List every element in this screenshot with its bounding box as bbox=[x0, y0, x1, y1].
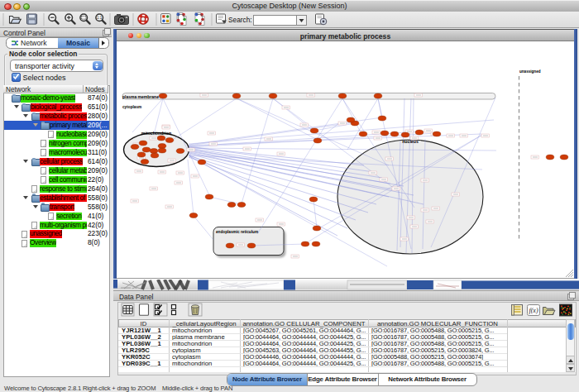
svg-text:nucleus: nucleus bbox=[402, 139, 419, 144]
svg-text:f(x): f(x) bbox=[529, 307, 538, 314]
svg-text:endoplasmic reticulum: endoplasmic reticulum bbox=[216, 230, 258, 234]
svg-text:mitochondrion: mitochondrion bbox=[141, 131, 171, 136]
svg-text:Search:: Search: bbox=[228, 16, 252, 24]
svg-text:unassigned: unassigned bbox=[519, 69, 541, 74]
svg-text:cytoplasm: cytoplasm bbox=[122, 105, 141, 109]
svg-text:plasma membrane: plasma membrane bbox=[122, 94, 159, 99]
